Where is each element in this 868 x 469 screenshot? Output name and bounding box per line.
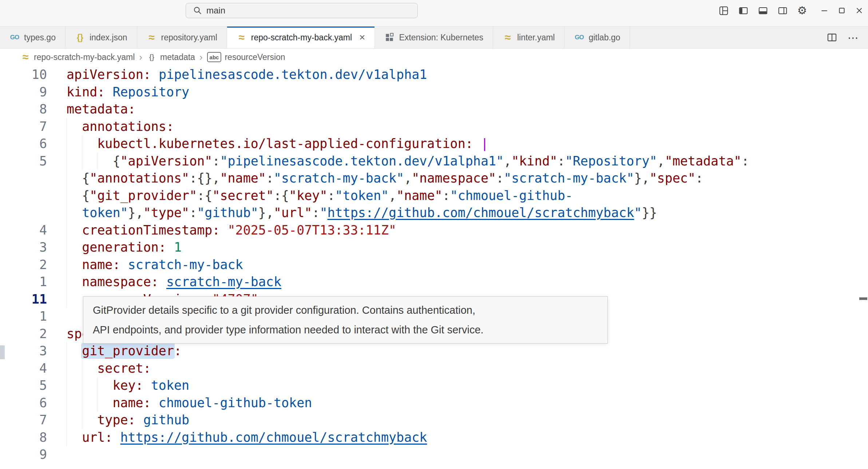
code-line[interactable]: 6name: chmouel-github-token xyxy=(0,394,868,412)
line-number[interactable]: 7 xyxy=(0,118,47,136)
hover-tooltip: GitProvider details specific to a git pr… xyxy=(83,296,608,344)
maximize-button[interactable] xyxy=(837,4,847,17)
indent-guide xyxy=(82,377,82,394)
breadcrumb-label: resourceVersion xyxy=(225,52,285,62)
line-number[interactable]: 8 xyxy=(0,101,47,118)
close-button[interactable] xyxy=(854,4,864,17)
symbol-string-icon: abc xyxy=(207,52,222,62)
code-link[interactable]: scratch-my-back xyxy=(166,274,281,289)
code-text: annotations: xyxy=(82,118,174,136)
code-link[interactable]: https://github.com/chmouel/scratchmyback xyxy=(120,430,427,445)
code-line[interactable]: 4creationTimestamp: "2025-05-07T13:33:11… xyxy=(0,222,868,239)
line-number[interactable]: 9 xyxy=(0,84,47,101)
line-number[interactable]: 1 xyxy=(0,273,47,291)
code-line[interactable]: {"annotations":{},"name":"scratch-my-bac… xyxy=(0,170,868,187)
overview-ruler-cursor-mark xyxy=(859,297,867,300)
minimize-button[interactable] xyxy=(819,4,829,17)
code-line[interactable]: 9 xyxy=(0,446,868,464)
code-text: url: https://github.com/chmouel/scratchm… xyxy=(82,429,427,446)
customize-layout-icon[interactable] xyxy=(717,4,730,17)
line-number[interactable]: 5 xyxy=(0,153,47,170)
code-line[interactable]: 5{"apiVersion":"pipelinesascode.tekton.d… xyxy=(0,153,868,170)
yaml-file-icon: ≈ xyxy=(20,52,31,62)
indent-guide xyxy=(67,360,67,377)
indent-guide xyxy=(82,412,82,429)
line-number[interactable]: 9 xyxy=(0,446,47,464)
line-number[interactable]: 4 xyxy=(0,360,47,377)
code-line[interactable]: 5key: token xyxy=(0,377,868,394)
tab-types-go[interactable]: GOtypes.go xyxy=(0,27,66,48)
code-line[interactable]: 9kind: Repository xyxy=(0,84,868,101)
line-number[interactable]: 10 xyxy=(0,66,47,84)
code-line[interactable]: 7annotations: xyxy=(0,118,868,136)
code-text: apiVersion: pipelinesascode.tekton.dev/v… xyxy=(67,66,427,84)
breadcrumb-separator: › xyxy=(199,52,203,63)
json-file-icon: {} xyxy=(75,32,85,43)
code-line[interactable]: 4secret: xyxy=(0,360,868,377)
code-text: generation: 1 xyxy=(82,239,182,256)
line-number[interactable]: 6 xyxy=(0,394,47,412)
title-bar: main ⚙ xyxy=(0,0,868,27)
indent-guide xyxy=(82,153,82,170)
code-line[interactable]: 8metadata: xyxy=(0,101,868,118)
code-text: name: chmouel-github-token xyxy=(112,394,312,412)
code-text: {"apiVersion":"pipelinesascode.tekton.de… xyxy=(112,153,749,170)
indent-guide xyxy=(67,377,67,394)
toggle-primary-sidebar-icon[interactable] xyxy=(737,4,749,17)
tab-linter-yaml[interactable]: ≈linter.yaml xyxy=(493,27,565,48)
indent-guide xyxy=(82,360,82,377)
indent-guide xyxy=(67,394,67,412)
breadcrumb-label: repo-scratch-my-back.yaml xyxy=(34,52,135,62)
more-actions-button[interactable]: ⋯ xyxy=(848,31,859,44)
tab-repository-yaml[interactable]: ≈repository.yaml xyxy=(137,27,227,48)
code-line[interactable]: 8url: https://github.com/chmouel/scratch… xyxy=(0,429,868,446)
indent-guide xyxy=(67,187,67,205)
code-line[interactable]: 10apiVersion: pipelinesascode.tekton.dev… xyxy=(0,66,868,84)
tab-label: Extension: Kubernetes xyxy=(399,33,483,43)
toggle-secondary-sidebar-icon[interactable] xyxy=(776,4,789,17)
line-number[interactable]: 7 xyxy=(0,412,47,429)
code-line[interactable]: 3git_provider: xyxy=(0,342,868,360)
tab-close-icon[interactable]: × xyxy=(359,32,365,43)
code-text: key: token xyxy=(112,377,189,394)
line-number[interactable]: 6 xyxy=(0,135,47,153)
indent-guide xyxy=(67,412,67,429)
code-line[interactable]: 2name: scratch-my-back xyxy=(0,256,868,274)
code-line[interactable]: 1namespace: scratch-my-back xyxy=(0,273,868,291)
tab-extension-kubernetes[interactable]: Extension: Kubernetes xyxy=(375,27,493,48)
indent-guide xyxy=(97,394,98,412)
code-link[interactable]: https://github.com/chmouel/scratchmyback xyxy=(327,205,634,220)
line-number[interactable]: 4 xyxy=(0,222,47,239)
code-line[interactable]: token"},"type":"github"},"url":"https://… xyxy=(0,204,868,222)
editor[interactable]: 10apiVersion: pipelinesascode.tekton.dev… xyxy=(0,65,868,469)
code-line[interactable]: 6kubectl.kubernetes.io/last-applied-conf… xyxy=(0,135,868,153)
breadcrumb-item-metadata[interactable]: {}metadata xyxy=(147,52,195,62)
toggle-panel-icon[interactable] xyxy=(757,4,769,17)
line-number[interactable]: 3 xyxy=(0,239,47,256)
yaml-file-icon: ≈ xyxy=(503,32,513,43)
settings-gear-icon[interactable]: ⚙ xyxy=(796,4,808,17)
line-number[interactable]: 2 xyxy=(0,325,47,343)
split-editor-button[interactable] xyxy=(826,31,838,44)
code-line[interactable]: {"git_provider":{"secret":{"key":"token"… xyxy=(0,187,868,205)
breadcrumb-item-resourceversion[interactable]: abcresourceVersion xyxy=(207,52,285,62)
tab-index-json[interactable]: {}index.json xyxy=(66,27,137,48)
code-line[interactable]: 7type: github xyxy=(0,412,868,429)
line-number[interactable]: 2 xyxy=(0,256,47,274)
tab-bar: GOtypes.go{}index.json≈repository.yaml≈r… xyxy=(0,27,868,49)
tab-label: gitlab.go xyxy=(588,33,620,43)
tab-label: repo-scratch-my-back.yaml xyxy=(251,33,352,43)
indent-guide xyxy=(67,204,67,222)
line-number[interactable]: 3 xyxy=(0,342,47,360)
line-number[interactable]: 8 xyxy=(0,429,47,446)
breadcrumb-item-repo-scratch-my-back-yaml[interactable]: ≈repo-scratch-my-back.yaml xyxy=(20,52,135,62)
command-center-search[interactable]: main xyxy=(186,3,418,18)
code-line[interactable]: 3generation: 1 xyxy=(0,239,868,256)
code-text: {"annotations":{},"name":"scratch-my-bac… xyxy=(82,170,703,187)
code-text: token"},"type":"github"},"url":"https://… xyxy=(82,204,657,222)
line-number[interactable]: 5 xyxy=(0,377,47,394)
tab-repo-scratch-my-back-yaml[interactable]: ≈repo-scratch-my-back.yaml× xyxy=(227,27,375,48)
tab-gitlab-go[interactable]: GOgitlab.go xyxy=(564,27,630,48)
line-number[interactable]: 11 xyxy=(0,291,47,308)
line-number[interactable]: 1 xyxy=(0,308,47,325)
